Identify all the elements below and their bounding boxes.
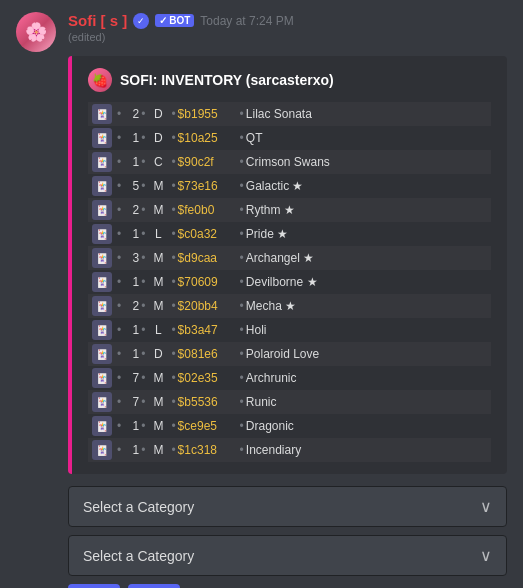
bullet-4: • bbox=[240, 323, 244, 337]
next-button[interactable]: → bbox=[128, 584, 180, 588]
item-name: Archrunic bbox=[246, 371, 487, 385]
item-count: 1 bbox=[123, 347, 139, 361]
inventory-row: 🃏 • 7 • M • $02e35 • Archrunic bbox=[88, 366, 491, 390]
bullet-3: • bbox=[171, 251, 175, 265]
chevron-down-icon: ∨ bbox=[480, 497, 492, 516]
item-price: $d9caa bbox=[178, 251, 238, 265]
item-rarity: L bbox=[151, 323, 165, 337]
item-card-icon: 🃏 bbox=[92, 248, 112, 268]
bullet-4: • bbox=[240, 443, 244, 457]
bullet-1: • bbox=[117, 179, 121, 193]
item-price: $b1955 bbox=[178, 107, 238, 121]
item-card-icon: 🃏 bbox=[92, 392, 112, 412]
bullet-2: • bbox=[141, 179, 145, 193]
avatar: 🌸 bbox=[16, 12, 56, 52]
item-card-icon: 🃏 bbox=[92, 440, 112, 460]
inventory-row: 🃏 • 1 • L • $c0a32 • Pride ★ bbox=[88, 222, 491, 246]
item-price: $10a25 bbox=[178, 131, 238, 145]
item-price: $90c2f bbox=[178, 155, 238, 169]
bullet-2: • bbox=[141, 275, 145, 289]
item-card-icon: 🃏 bbox=[92, 176, 112, 196]
bullet-4: • bbox=[240, 227, 244, 241]
bullet-4: • bbox=[240, 251, 244, 265]
bullet-2: • bbox=[141, 155, 145, 169]
bullet-1: • bbox=[117, 131, 121, 145]
item-count: 1 bbox=[123, 443, 139, 457]
embed-icon: 🍓 bbox=[88, 68, 112, 92]
item-card-icon: 🃏 bbox=[92, 320, 112, 340]
bullet-1: • bbox=[117, 107, 121, 121]
inventory-row: 🃏 • 2 • D • $b1955 • Lilac Sonata bbox=[88, 102, 491, 126]
dropdown-2[interactable]: Select a Category ∨ bbox=[68, 535, 507, 576]
item-card-icon: 🃏 bbox=[92, 152, 112, 172]
item-count: 1 bbox=[123, 323, 139, 337]
item-card-icon: 🃏 bbox=[92, 104, 112, 124]
bullet-3: • bbox=[171, 323, 175, 337]
item-count: 2 bbox=[123, 203, 139, 217]
bullet-1: • bbox=[117, 443, 121, 457]
bullet-1: • bbox=[117, 227, 121, 241]
item-price: $b3a47 bbox=[178, 323, 238, 337]
item-rarity: M bbox=[151, 203, 165, 217]
bullet-1: • bbox=[117, 419, 121, 433]
bullet-3: • bbox=[171, 203, 175, 217]
bullet-4: • bbox=[240, 203, 244, 217]
item-name: Lilac Sonata bbox=[246, 107, 487, 121]
inventory-list: 🃏 • 2 • D • $b1955 • Lilac Sonata 🃏 • 1 … bbox=[88, 102, 491, 462]
item-rarity: M bbox=[151, 419, 165, 433]
embed-title-text: SOFI: INVENTORY (sarcasterxo) bbox=[120, 72, 334, 88]
item-rarity: M bbox=[151, 371, 165, 385]
bullet-1: • bbox=[117, 251, 121, 265]
item-count: 2 bbox=[123, 107, 139, 121]
item-rarity: M bbox=[151, 299, 165, 313]
bullet-3: • bbox=[171, 155, 175, 169]
bullet-2: • bbox=[141, 203, 145, 217]
bullet-1: • bbox=[117, 323, 121, 337]
dropdown-1[interactable]: Select a Category ∨ bbox=[68, 486, 507, 527]
item-rarity: C bbox=[151, 155, 165, 169]
item-rarity: M bbox=[151, 179, 165, 193]
avatar-emoji: 🌸 bbox=[25, 21, 47, 43]
item-name: Runic bbox=[246, 395, 487, 409]
item-price: $ce9e5 bbox=[178, 419, 238, 433]
bullet-2: • bbox=[141, 371, 145, 385]
bullet-4: • bbox=[240, 131, 244, 145]
item-name: Dragonic bbox=[246, 419, 487, 433]
embed-icon-emoji: 🍓 bbox=[92, 73, 108, 88]
bullet-3: • bbox=[171, 227, 175, 241]
item-count: 1 bbox=[123, 131, 139, 145]
bullet-2: • bbox=[141, 395, 145, 409]
item-rarity: M bbox=[151, 443, 165, 457]
bullet-4: • bbox=[240, 107, 244, 121]
item-card-icon: 🃏 bbox=[92, 272, 112, 292]
bullet-2: • bbox=[141, 323, 145, 337]
bullet-3: • bbox=[171, 275, 175, 289]
item-card-icon: 🃏 bbox=[92, 416, 112, 436]
bullet-2: • bbox=[141, 419, 145, 433]
bullet-1: • bbox=[117, 347, 121, 361]
item-name: Galactic ★ bbox=[246, 179, 487, 193]
item-count: 1 bbox=[123, 419, 139, 433]
embed-title: 🍓 SOFI: INVENTORY (sarcasterxo) bbox=[88, 68, 491, 92]
bullet-2: • bbox=[141, 107, 145, 121]
bullet-2: • bbox=[141, 347, 145, 361]
item-price: $20bb4 bbox=[178, 299, 238, 313]
item-name: Archangel ★ bbox=[246, 251, 487, 265]
inventory-row: 🃏 • 1 • M • $70609 • Devilborne ★ bbox=[88, 270, 491, 294]
item-count: 1 bbox=[123, 227, 139, 241]
username: Sofi [ s ] bbox=[68, 12, 127, 29]
prev-button[interactable]: ← bbox=[68, 584, 120, 588]
bullet-3: • bbox=[171, 419, 175, 433]
bullet-4: • bbox=[240, 179, 244, 193]
item-count: 1 bbox=[123, 275, 139, 289]
bullet-1: • bbox=[117, 155, 121, 169]
bullet-2: • bbox=[141, 131, 145, 145]
item-price: $1c318 bbox=[178, 443, 238, 457]
item-name: Pride ★ bbox=[246, 227, 487, 241]
bullet-2: • bbox=[141, 443, 145, 457]
item-price: $c0a32 bbox=[178, 227, 238, 241]
item-count: 7 bbox=[123, 371, 139, 385]
inventory-row: 🃏 • 5 • M • $73e16 • Galactic ★ bbox=[88, 174, 491, 198]
dropdown-label: Select a Category bbox=[83, 548, 194, 564]
item-count: 3 bbox=[123, 251, 139, 265]
